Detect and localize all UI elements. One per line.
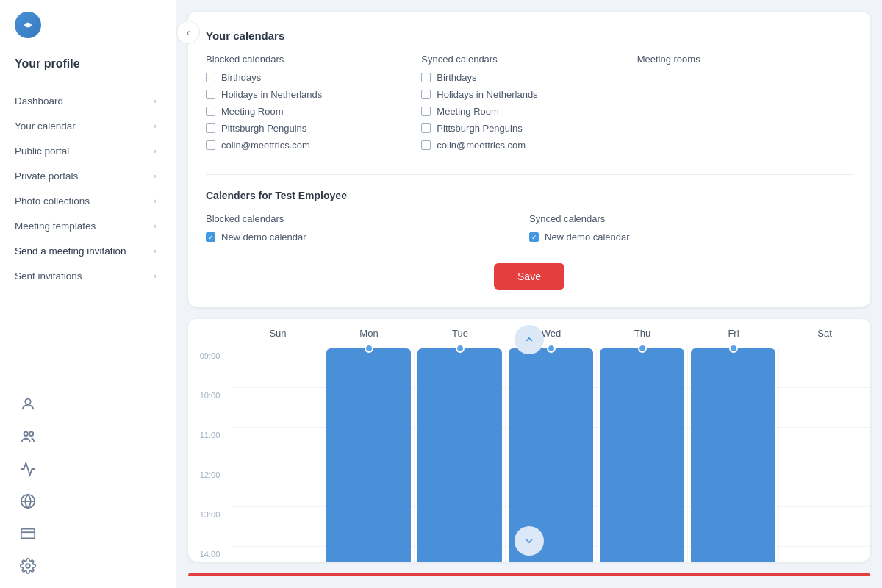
chevron-right-icon: ›	[149, 170, 161, 182]
cal-item-meeting-room-synced: Meeting Room	[421, 106, 637, 117]
svg-rect-6	[21, 529, 35, 539]
sun-column	[232, 348, 323, 562]
meeting-room-blocked-checkbox[interactable]	[206, 107, 215, 116]
sat-header: Sat	[779, 319, 870, 348]
time-0900: 09:00	[188, 348, 232, 388]
sun-slot-0	[232, 348, 323, 388]
penguins-blocked-checkbox[interactable]	[206, 123, 215, 133]
globe-icon[interactable]	[15, 488, 41, 514]
cal-item-label: colin@meettrics.com	[221, 140, 310, 151]
blocked-calendars-title: Blocked calendars	[206, 54, 421, 65]
colin-synced-checkbox[interactable]	[421, 140, 431, 150]
sidebar-item-label: Send a meeting invitation	[15, 245, 126, 257]
meeting-room-synced-checkbox[interactable]	[421, 107, 431, 116]
fri-event[interactable]: 9:00am - 5:00pm 8 hrs	[691, 348, 775, 562]
save-button[interactable]: Save	[494, 263, 564, 290]
employee-new-demo-blocked: New demo calendar	[206, 232, 529, 243]
sun-slot-5	[232, 547, 323, 562]
thu-event[interactable]: 9:00am - 5:00pm 8 hrs	[600, 348, 684, 562]
employee-blocked-section: Blocked calendars New demo calendar	[206, 213, 529, 248]
cal-item-label: Holidays in Netherlands	[221, 89, 322, 100]
employee-calendars-title: Calenders for Test Employee	[206, 190, 853, 201]
colin-blocked-checkbox[interactable]	[206, 140, 215, 150]
back-button[interactable]: ‹	[176, 21, 200, 44]
group-icon[interactable]	[15, 423, 41, 450]
sidebar-item-meeting-templates[interactable]: Meeting templates ›	[0, 213, 176, 238]
scroll-down-button[interactable]	[514, 526, 544, 556]
new-demo-synced-checkbox[interactable]	[529, 232, 539, 242]
employee-new-demo-synced: New demo calendar	[529, 232, 853, 243]
card-icon[interactable]	[15, 520, 41, 547]
cal-item-birthdays-synced: Birthdays	[421, 72, 637, 83]
time-1100: 11:00	[188, 428, 232, 467]
scroll-up-button[interactable]	[514, 325, 544, 354]
sun-slot-4	[232, 507, 323, 547]
svg-point-3	[29, 432, 34, 437]
sidebar-item-private-portals[interactable]: Private portals ›	[0, 163, 176, 188]
fri-event-dot-top	[729, 344, 738, 353]
sat-slot-0	[779, 348, 870, 388]
employee-synced-section: Synced calendars New demo calendar	[529, 213, 853, 248]
sidebar-item-label: Photo collections	[15, 196, 90, 207]
svg-point-2	[24, 432, 29, 437]
profile-section: Your profile	[0, 50, 176, 88]
sidebar-item-label: Meeting templates	[15, 220, 96, 232]
scroll-down-container	[514, 526, 544, 556]
save-button-row: Save	[206, 263, 853, 290]
time-header-cell	[188, 319, 232, 348]
cal-item-label: Meeting Room	[437, 106, 499, 117]
sidebar-item-your-calendar[interactable]: Your calendar ›	[0, 113, 176, 138]
chevron-right-icon: ›	[149, 270, 161, 282]
holidays-synced-checkbox[interactable]	[421, 90, 431, 99]
time-1000: 10:00	[188, 388, 232, 428]
analytics-icon[interactable]	[15, 456, 41, 482]
employee-calendars-section: Calenders for Test Employee Blocked cale…	[206, 174, 853, 248]
sidebar-item-public-portal[interactable]: Public portal ›	[0, 138, 176, 163]
holidays-blocked-checkbox[interactable]	[206, 90, 215, 99]
sidebar-item-label: Sent invitations	[15, 270, 82, 282]
person-icon[interactable]	[15, 391, 41, 417]
sidebar-item-dashboard[interactable]: Dashboard ›	[0, 88, 176, 113]
sat-slot-1	[779, 388, 870, 428]
chevron-right-icon: ›	[149, 195, 161, 207]
sidebar-item-send-invitation[interactable]: Send a meeting invitation ›	[0, 238, 176, 263]
synced-calendars-section: Synced calendars Birthdays Holidays in N…	[421, 54, 637, 157]
tue-event[interactable]: 9:00am - 5:00pm 8 hrs	[417, 348, 502, 562]
birthdays-synced-checkbox[interactable]	[421, 73, 431, 82]
cal-item-label: Birthdays	[437, 72, 476, 83]
calendar-view-card: Sun Mon Tue Wed Thu Fri Sat 09:00 10:00 …	[188, 319, 870, 562]
scroll-up-container	[514, 325, 544, 354]
cal-item-penguins-synced: Pittsburgh Penguins	[421, 123, 637, 134]
settings-icon[interactable]	[15, 553, 41, 579]
employee-blocked-title: Blocked calendars	[206, 213, 529, 224]
sidebar-nav: Dashboard › Your calendar › Public porta…	[0, 88, 176, 382]
sun-slot-1	[232, 388, 323, 428]
time-1200: 12:00	[188, 467, 232, 507]
cal-item-birthdays-blocked: Birthdays	[206, 72, 421, 83]
sidebar-item-label: Your calendar	[15, 121, 76, 132]
mon-event[interactable]: 9:00am - 5:00pm 8 hrs	[326, 348, 411, 562]
svg-point-8	[26, 564, 30, 568]
cal-item-label: colin@meettrics.com	[437, 140, 526, 151]
sidebar: Your profile Dashboard › Your calendar ›…	[0, 0, 176, 588]
chevron-right-icon: ›	[149, 245, 161, 257]
cal-item-colin-synced: colin@meettrics.com	[421, 140, 637, 151]
sidebar-item-photo-collections[interactable]: Photo collections ›	[0, 188, 176, 213]
cal-item-label: Meeting Room	[221, 106, 284, 117]
new-demo-blocked-checkbox[interactable]	[206, 232, 215, 242]
sat-slot-3	[779, 467, 870, 507]
employee-synced-title: Synced calendars	[529, 213, 853, 224]
cal-item-label: New demo calendar	[221, 232, 306, 243]
cal-item-colin-blocked: colin@meettrics.com	[206, 140, 421, 151]
fri-column: 9:00am - 5:00pm 8 hrs	[688, 348, 779, 562]
chevron-right-icon: ›	[149, 95, 161, 107]
birthdays-blocked-checkbox[interactable]	[206, 73, 215, 82]
cal-item-label: Pittsburgh Penguins	[437, 123, 522, 134]
time-1400: 14:00	[188, 547, 232, 562]
sidebar-item-sent-invitations[interactable]: Sent invitations ›	[0, 263, 176, 288]
cal-item-holidays-blocked: Holidays in Netherlands	[206, 89, 421, 100]
sidebar-bottom-icons	[0, 382, 176, 588]
sun-slot-2	[232, 428, 323, 467]
profile-title: Your profile	[15, 57, 161, 71]
penguins-synced-checkbox[interactable]	[421, 123, 431, 133]
